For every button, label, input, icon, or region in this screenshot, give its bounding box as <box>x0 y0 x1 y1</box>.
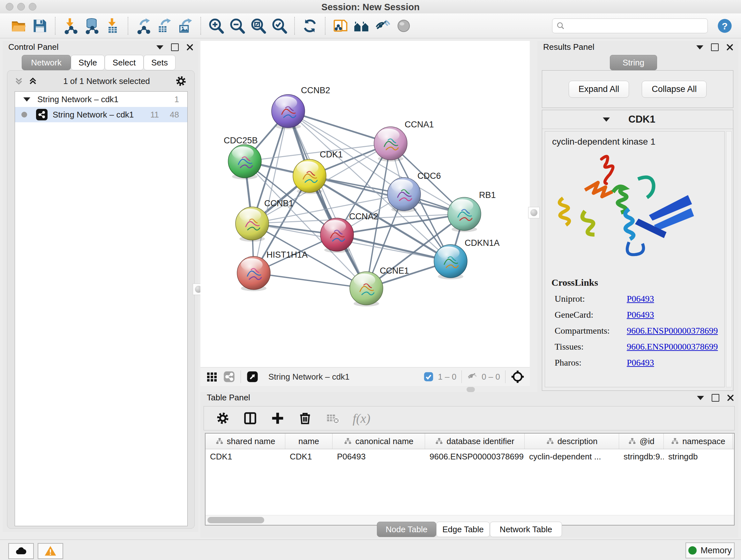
export-table-icon[interactable] <box>156 17 173 34</box>
panel-menu-icon[interactable] <box>156 45 163 50</box>
table-float-icon[interactable] <box>712 394 719 401</box>
import-network-icon[interactable] <box>62 17 79 34</box>
gene-section: CDK1 cyclin-dependent kinase 1 <box>542 110 733 391</box>
tab-edge-table[interactable]: Edge Table <box>436 522 490 537</box>
copy-network-icon[interactable] <box>332 17 349 34</box>
zoom-out-icon[interactable] <box>229 17 246 34</box>
selection-summary: 1 of 1 Network selected <box>38 76 175 86</box>
export-network-icon[interactable] <box>135 17 151 34</box>
search-box[interactable] <box>552 18 708 33</box>
crosslink-link[interactable]: P06493 <box>627 358 654 368</box>
panel-float-icon[interactable] <box>171 44 179 51</box>
birdseye-view-icon[interactable] <box>246 370 259 383</box>
delete-column-icon[interactable] <box>298 411 313 426</box>
table-menu-icon[interactable] <box>697 396 704 400</box>
hidden-eye-icon[interactable] <box>467 371 478 382</box>
show-all-icon[interactable] <box>395 17 412 34</box>
gene-section-header[interactable]: CDK1 <box>542 110 733 129</box>
network-node-RB1[interactable]: RB1 <box>448 190 496 232</box>
warning-button[interactable] <box>38 543 63 559</box>
network-node-CDK1[interactable]: CDK1 <box>293 150 343 194</box>
column-header-label: @id <box>639 436 655 446</box>
network-row-selected[interactable]: String Network – cdk1 11 48 <box>15 107 187 122</box>
results-float-icon[interactable] <box>711 44 719 51</box>
expand-all-icon[interactable] <box>27 76 38 86</box>
edge-HIST1H1A-CCNE1[interactable] <box>254 273 366 288</box>
tab-style[interactable]: Style <box>71 55 105 70</box>
table-close-icon[interactable] <box>727 394 734 401</box>
crosslink-link[interactable]: P06493 <box>627 310 654 320</box>
network-node-HIST1H1A[interactable]: HIST1H1A <box>237 250 308 291</box>
column-header-@id[interactable]: @id <box>619 434 664 449</box>
tree-expand-icon[interactable] <box>23 98 30 102</box>
save-session-icon[interactable] <box>31 17 48 34</box>
grid-view-icon[interactable] <box>205 370 218 383</box>
table-cell[interactable]: CDK1 <box>205 452 285 462</box>
show-columns-icon[interactable] <box>243 411 258 426</box>
node-label-CDC25B: CDC25B <box>224 136 258 145</box>
network-collection-row[interactable]: String Network – cdk1 1 <box>15 91 187 107</box>
export-image-icon[interactable] <box>177 17 194 34</box>
gene-collapse-icon[interactable] <box>603 118 610 122</box>
network-node-CDKN1A[interactable]: CDKN1A <box>434 238 500 279</box>
crosshair-icon[interactable] <box>511 370 525 384</box>
home-icon[interactable] <box>353 17 370 34</box>
import-database-icon[interactable] <box>83 17 100 34</box>
hide-selected-icon[interactable] <box>374 17 391 34</box>
network-share-icon[interactable] <box>223 370 235 383</box>
memory-button[interactable]: Memory <box>685 543 735 558</box>
table-cell[interactable]: P06493 <box>333 452 425 462</box>
collapse-all-icon[interactable] <box>13 76 24 86</box>
table-row[interactable]: CDK1CDK1P064939606.ENSP00000378699cyclin… <box>205 449 734 464</box>
table-cell[interactable]: 9606.ENSP00000378699 <box>425 452 525 462</box>
network-canvas[interactable]: CCNB2CCNA1CDC25BCDK1CDC6RB1CCNB1CCNA2CDK… <box>200 41 530 367</box>
search-input[interactable] <box>568 21 704 30</box>
edge-CCNA2-CDKN1A[interactable] <box>337 235 451 261</box>
column-header-shared-name[interactable]: shared name <box>205 434 285 449</box>
tab-node-table[interactable]: Node Table <box>377 522 436 537</box>
tab-string[interactable]: String <box>610 55 657 70</box>
tab-select[interactable]: Select <box>105 55 144 70</box>
table-gear-icon[interactable] <box>215 411 230 426</box>
right-splitter-handle[interactable] <box>528 207 540 219</box>
column-header-canonical-name[interactable]: canonical name <box>333 434 425 449</box>
tab-sets[interactable]: Sets <box>144 55 176 70</box>
table-cell[interactable]: cyclin-dependent ... <box>525 452 619 462</box>
column-header-description[interactable]: description <box>525 434 619 449</box>
edge-CCNB2-CCNE1[interactable] <box>288 111 366 288</box>
results-close-icon[interactable] <box>726 44 733 51</box>
horizontal-splitter-handle[interactable] <box>467 387 475 392</box>
zoom-fit-icon[interactable] <box>250 17 266 34</box>
crosslink-row: Uniprot:P06493 <box>555 294 724 304</box>
crosslink-link[interactable]: 9606.ENSP00000378699 <box>627 341 718 352</box>
zoom-selected-icon[interactable] <box>271 17 287 34</box>
selected-checkbox-icon[interactable] <box>423 371 434 382</box>
import-table-icon[interactable] <box>105 17 121 34</box>
table-cell[interactable]: stringdb:9... <box>619 452 664 462</box>
column-header-name[interactable]: name <box>285 434 333 449</box>
collapse-all-button[interactable]: Collapse All <box>642 81 706 98</box>
results-menu-icon[interactable] <box>696 45 703 50</box>
toolbar-icon-group <box>8 17 414 35</box>
crosslink-link[interactable]: P06493 <box>627 294 654 304</box>
crosslink-link[interactable]: 9606.ENSP00000378699 <box>627 326 718 336</box>
column-header-database-identifier[interactable]: database identifier <box>425 434 525 449</box>
help-icon[interactable]: ? <box>717 18 733 34</box>
zoom-in-icon[interactable] <box>208 17 224 34</box>
panel-close-icon[interactable] <box>186 44 193 51</box>
results-scrollbar[interactable] <box>726 131 732 387</box>
tab-network-table[interactable]: Network Table <box>490 522 562 537</box>
table-cell[interactable]: CDK1 <box>285 452 333 462</box>
network-graph[interactable]: CCNB2CCNA1CDC25BCDK1CDC6RB1CCNB1CCNA2CDK… <box>200 41 530 367</box>
node-label-CCNE1: CCNE1 <box>380 266 409 275</box>
table-cell[interactable]: stringdb <box>664 452 733 462</box>
column-header-namespace[interactable]: namespace <box>664 434 733 449</box>
tab-network[interactable]: Network <box>22 55 71 70</box>
network-node-CDC25B[interactable]: CDC25B <box>224 136 261 179</box>
cloud-button[interactable] <box>8 543 34 559</box>
expand-all-button[interactable]: Expand All <box>569 81 629 98</box>
open-file-icon[interactable] <box>10 17 27 34</box>
refresh-layout-icon[interactable] <box>301 17 318 34</box>
gear-icon[interactable] <box>175 75 187 87</box>
add-column-icon[interactable] <box>270 411 285 426</box>
